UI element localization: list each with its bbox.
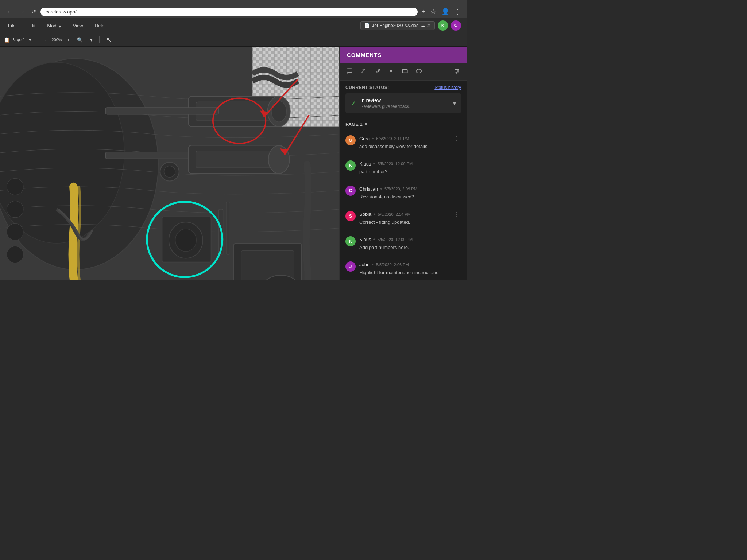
reload-button[interactable]: ↺ [29,7,38,17]
comment-time: 5/5/2020, 2:11 PM [376,136,409,141]
page-selector-label: PAGE 1 [345,121,363,127]
menu-file[interactable]: File [6,22,18,29]
cloud-icon: ☁ [421,23,425,28]
status-name: In review [360,97,449,103]
comment-body: Klaus • 5/5/2020, 12:09 PM part number? [359,160,461,175]
page-dropdown-btn[interactable]: ▾ [27,36,34,44]
comment-time: 5/5/2020, 12:09 PM [378,237,413,242]
comment-time: 5/5/2020, 2:14 PM [378,212,411,217]
menu-edit[interactable]: Edit [25,22,38,29]
bookmark-button[interactable]: ☆ [429,7,438,16]
comment-item[interactable]: S Sobia • 5/5/2020, 2:14 PM Correct - fi… [340,206,467,231]
comment-more-button[interactable]: ⋮ [452,135,461,142]
file-tab-icon: 📄 [364,23,370,28]
menu-bar: File Edit Modify View Help 📄 Jet-Engine2… [0,18,467,33]
account-button[interactable]: 👤 [440,7,451,16]
address-bar[interactable]: coreldraw.app/ [40,8,418,16]
svg-rect-21 [234,243,302,280]
add-tab-button[interactable]: + [420,7,427,16]
comment-dot: • [372,135,374,142]
zoom-dropdown-btn[interactable]: ▾ [88,36,95,44]
svg-point-54 [456,72,457,73]
cursor-tool-btn[interactable]: ↖ [104,35,114,45]
comment-author: John [359,262,369,267]
bubble-tool-btn[interactable] [344,66,355,77]
comment-text: Highlight for maintenance instructions [359,269,449,276]
comment-avatar: J [345,261,356,272]
comments-list: G Greg • 5/5/2020, 2:11 PM add disassemb… [340,130,467,280]
page-icon: 📋 [4,37,10,43]
page-dropdown-button[interactable]: ▾ [365,121,367,127]
svg-point-18 [7,201,23,217]
file-tab-close[interactable]: ✕ [427,23,431,28]
canvas-area[interactable] [0,47,339,280]
svg-rect-22 [241,251,294,280]
comment-meta: John • 5/5/2020, 2:06 PM [359,261,449,268]
comment-more-button[interactable]: ⋮ [452,211,461,218]
comment-item[interactable]: G Greg • 5/5/2020, 2:11 PM add disassemb… [340,130,467,155]
status-history-link[interactable]: Status history [434,85,461,90]
comment-author: Christian [359,186,378,192]
comment-avatar: K [345,236,356,246]
comment-dot: • [380,186,382,192]
svg-point-6 [0,59,158,270]
page-label: Page 1 [11,37,25,42]
comment-avatar: C [345,186,356,196]
zoom-fit-btn[interactable]: 🔍 [75,36,85,44]
svg-line-41 [361,69,365,73]
svg-point-20 [7,246,23,262]
status-dropdown-arrow[interactable]: ▾ [453,100,456,107]
menu-modify[interactable]: Modify [45,22,63,29]
svg-rect-12 [105,108,218,114]
toolbar-page-group: 📋 Page 1 ▾ [4,36,34,44]
comment-time: 5/5/2020, 2:06 PM [376,262,409,267]
svg-rect-25 [218,209,223,254]
comment-dot: • [374,211,376,218]
ellipse-tool-btn[interactable] [413,66,424,77]
comment-time: 5/5/2020, 2:09 PM [384,187,417,191]
pen-tool-btn[interactable] [372,66,383,77]
arrow-tool-btn[interactable] [358,66,369,77]
rect-tool-btn[interactable] [399,66,410,77]
svg-rect-47 [402,70,407,73]
svg-point-42 [390,70,392,72]
svg-rect-15 [196,151,271,168]
menu-view[interactable]: View [71,22,85,29]
svg-rect-37 [162,217,211,262]
comment-body: Sobia • 5/5/2020, 2:14 PM Correct - fitt… [359,211,449,226]
file-tab-name: Jet-Engine2020-XX.des [372,23,418,28]
status-section: CURRENT STATUS: Status history ✓ In revi… [340,81,467,118]
back-button[interactable]: ← [4,7,15,16]
comment-item[interactable]: K Klaus • 5/5/2020, 12:09 PM part number… [340,155,467,180]
avatar-k: K [438,20,448,31]
more-button[interactable]: ⋮ [453,7,462,16]
comment-dot: • [374,160,376,167]
crosshair-tool-btn[interactable] [386,66,396,77]
comment-author: Sobia [359,211,371,217]
comment-item[interactable]: J John • 5/5/2020, 2:06 PM Highlight for… [340,256,467,280]
comment-more-button[interactable]: ⋮ [452,261,461,268]
toolbar-sep-1 [38,36,38,43]
cursor-icon: ↖ [106,36,112,44]
status-description: Reviewers give feedback. [360,104,449,109]
comment-text: Add part numbers here. [359,244,461,251]
settings-tool-btn[interactable] [452,66,462,77]
comment-avatar: K [345,160,356,171]
forward-button[interactable]: → [17,7,27,16]
status-row: CURRENT STATUS: Status history [345,85,461,90]
comment-item[interactable]: K Klaus • 5/5/2020, 12:09 PM Add part nu… [340,231,467,256]
comments-title: COMMENTS [347,52,382,58]
browser-nav: ← → ↺ coreldraw.app/ + ☆ 👤 ⋮ [4,5,462,18]
zoom-out-btn[interactable]: - [43,36,49,44]
comment-item[interactable]: C Christian • 5/5/2020, 2:09 PM Revision… [340,180,467,206]
svg-point-23 [260,275,302,280]
svg-rect-26 [226,202,230,254]
status-card[interactable]: ✓ In review Reviewers give feedback. ▾ [345,93,461,113]
svg-rect-9 [196,102,271,121]
browser-chrome: ← → ↺ coreldraw.app/ + ☆ 👤 ⋮ [0,0,467,18]
menu-help[interactable]: Help [93,22,107,29]
file-tab[interactable]: 📄 Jet-Engine2020-XX.des ☁ ✕ [360,21,435,30]
svg-rect-13 [105,152,218,159]
comment-text: Correct - fitting updated. [359,219,449,226]
zoom-in-btn[interactable]: + [65,36,72,44]
